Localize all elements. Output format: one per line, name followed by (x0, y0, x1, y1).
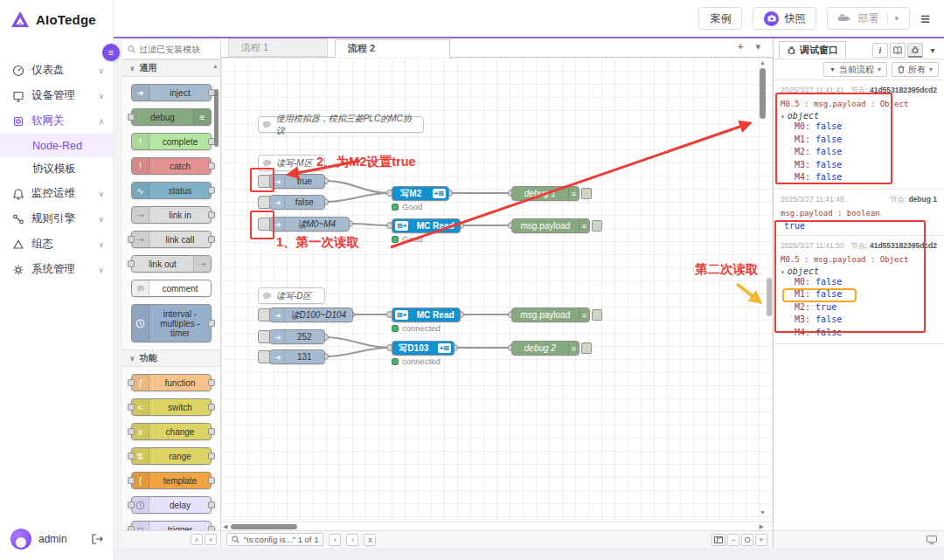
palette-node-interval-timer[interactable]: interval - multiples - timer (131, 304, 212, 342)
deploy-button[interactable]: 部署 ▾ (827, 7, 910, 30)
canvas-search-widget[interactable]: "is:config is..." 1 of 1 (226, 533, 323, 546)
comment-node-m-area[interactable]: 读写-M区 (258, 155, 325, 171)
palette-collapse-down-button[interactable]: ∨ (205, 534, 217, 545)
logout-icon[interactable] (92, 534, 103, 544)
palette-search-input[interactable] (139, 45, 209, 54)
flow-list-button[interactable]: ▾ (755, 41, 760, 52)
debug-toggle-button[interactable] (581, 188, 592, 199)
canvas-vertical-scrollbar[interactable]: ▲ ▼ (760, 59, 766, 517)
tab-flow-2[interactable]: 流程 2 (335, 39, 450, 58)
zoom-in-button[interactable]: + (755, 534, 767, 546)
palette-scroll-up[interactable]: ▲ (212, 63, 219, 69)
scroll-down-icon[interactable]: ▼ (760, 509, 766, 515)
deploy-options-caret[interactable]: ▾ (887, 14, 899, 23)
debug-message[interactable]: 2025/3/27 11:41:50节点: 41d553182395dcd2 M… (774, 236, 944, 345)
comment-node-d-area[interactable]: 读写-D区 (258, 287, 325, 304)
sidebar-collapse-button[interactable]: ≡ (102, 44, 120, 61)
mc-read-node-d[interactable]: ⊞+ MC Read (392, 308, 461, 322)
inject-node-252[interactable]: ➔ 252 (269, 329, 325, 344)
sidebar-splitter-grip[interactable] (767, 278, 772, 316)
canvas-horizontal-scrollbar[interactable]: ◀ ▶ (221, 522, 773, 530)
palette-node-complete[interactable]: ! complete (131, 133, 212, 150)
example-button[interactable]: 案例 (698, 7, 742, 30)
debug-node-msg-payload-m[interactable]: msg.payload ≡ (511, 218, 590, 233)
debug-tab[interactable]: 调试窗口 (779, 41, 846, 59)
debug-message[interactable]: 2025/3/27 11:41:41节点: 41d553182395dcd2 M… (774, 80, 944, 190)
comment-node-main[interactable]: 使用模拟器，模拟三菱PLC的MC协议 (258, 116, 424, 133)
filter-flow-dropdown[interactable]: ▼ 当前流程 ▾ (823, 62, 887, 77)
scroll-left-icon[interactable]: ◀ (223, 523, 227, 530)
sidebar-options-caret[interactable]: ▾ (925, 43, 941, 58)
mc-write-node-m2[interactable]: 写M2 +⊞ (392, 186, 449, 201)
palette-node-inject[interactable]: ➔ inject (131, 84, 212, 101)
sidebar-item-scada[interactable]: 组态 ∨ (0, 232, 113, 257)
sidebar-item-devices[interactable]: 设备管理 ∨ (0, 83, 113, 108)
search-close-button[interactable]: x (364, 534, 376, 546)
debug-tab-button[interactable] (907, 43, 923, 58)
palette-scrollbar[interactable] (214, 89, 219, 147)
scroll-right-icon[interactable]: ▶ (760, 523, 764, 530)
search-prev-button[interactable]: ‹ (329, 534, 341, 546)
info-tab-button[interactable]: i (872, 43, 888, 58)
palette-node-link-out[interactable]: ⇢ link out (131, 255, 212, 273)
palette-node-comment[interactable]: comment (131, 280, 212, 297)
inject-node-true[interactable]: ➔ true (269, 174, 325, 189)
workspace[interactable]: 使用模拟器，模拟三菱PLC的MC协议 读写-M区 读写-D区 ➔ true ➔ … (221, 58, 773, 522)
debug-node-msg-payload-d[interactable]: msg.payload ≡ (511, 308, 590, 322)
mc-read-node-m[interactable]: ⊞+ MC Read (392, 218, 461, 233)
object-toggle[interactable]: ▾object (781, 266, 937, 276)
minimap-button[interactable] (711, 534, 725, 546)
palette-node-status[interactable]: ∿ status (131, 182, 212, 199)
sidebar-item-gateway[interactable]: 软网关 ∧ (0, 108, 113, 134)
add-flow-button[interactable]: + (738, 41, 743, 52)
palette-section-common[interactable]: ∨ 通用 (122, 59, 220, 77)
palette-node-change[interactable]: x change (131, 423, 212, 440)
scrollbar-thumb[interactable] (231, 524, 297, 529)
inject-button[interactable] (258, 196, 270, 209)
palette-node-range[interactable]: ⇅ range (131, 447, 212, 465)
zoom-reset-button[interactable]: O (741, 534, 753, 546)
inject-node-read-d[interactable]: ➔ 读D100~D104 (269, 308, 353, 322)
debug-toggle-button[interactable] (581, 342, 592, 354)
inject-button[interactable] (258, 218, 270, 231)
clear-messages-dropdown[interactable]: 所有 ▾ (892, 62, 939, 77)
inject-button[interactable] (258, 308, 270, 321)
palette-section-function[interactable]: ∨ 功能 (122, 349, 220, 367)
palette-node-trigger[interactable]: ⊓ trigger (131, 521, 212, 530)
sidebar-item-node-red[interactable]: Node-Red (0, 134, 113, 157)
inject-button[interactable] (258, 330, 270, 343)
inject-node-131[interactable]: ➔ 131 (269, 349, 325, 364)
object-toggle[interactable]: ▾object (781, 111, 937, 121)
palette-node-link-in[interactable]: ⇢ link in (131, 206, 212, 224)
sidebar-item-protocol-template[interactable]: 协议模板 (0, 157, 113, 181)
inject-node-read-m[interactable]: ➔ 读M0~M4 (269, 217, 350, 232)
inject-node-false[interactable]: ➔ false (269, 195, 325, 210)
sidebar-item-rules[interactable]: 规则引擎 ∨ (0, 206, 113, 232)
scroll-up-icon[interactable]: ▲ (760, 59, 766, 66)
debug-toggle-button[interactable] (592, 220, 602, 232)
sidebar-item-system[interactable]: 系统管理 ∨ (0, 257, 113, 282)
mc-write-node-d103[interactable]: 写D103 +⊞ (392, 341, 455, 356)
palette-node-function[interactable]: ƒ function (131, 374, 212, 391)
palette-node-template[interactable]: { template (131, 472, 212, 489)
snapshot-button[interactable]: 快照 (753, 7, 816, 30)
search-next-button[interactable]: › (346, 534, 358, 546)
scrollbar-thumb[interactable] (760, 68, 766, 119)
open-window-icon[interactable] (927, 536, 937, 544)
sidebar-item-monitoring[interactable]: 监控运维 ∨ (0, 181, 113, 206)
debug-toggle-button[interactable] (592, 309, 602, 321)
inject-button[interactable] (258, 175, 270, 188)
palette-node-catch[interactable]: ! catch (131, 157, 212, 175)
tab-flow-1[interactable]: 流程 1 (228, 38, 328, 57)
palette-search[interactable] (122, 40, 220, 59)
debug-node-2[interactable]: debug 2 ≡ (511, 341, 580, 356)
palette-node-debug[interactable]: ≡ debug (131, 108, 212, 126)
palette-node-switch[interactable]: < switch (131, 398, 212, 416)
debug-node-1[interactable]: debug 1 ≡ (511, 186, 580, 201)
palette-node-delay[interactable]: delay (131, 496, 212, 514)
inject-button[interactable] (258, 350, 270, 363)
help-tab-button[interactable] (890, 43, 906, 58)
palette-collapse-up-button[interactable]: ∧ (191, 534, 203, 545)
debug-message[interactable]: 2025/3/27 11:41:48节点: debug 1 msg.payloa… (774, 190, 944, 236)
main-menu-button[interactable]: ≡ (920, 10, 930, 27)
